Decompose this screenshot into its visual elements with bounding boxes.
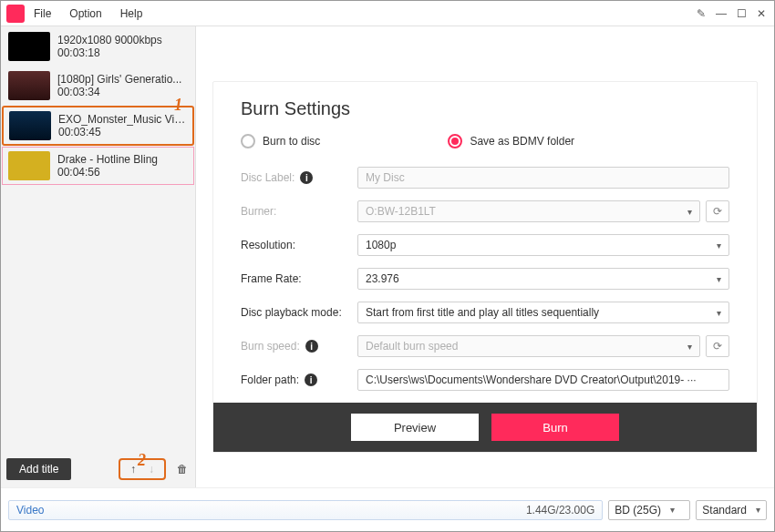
chevron-down-icon: ▾	[717, 308, 721, 318]
main-menu: File Option Help	[34, 7, 142, 20]
radio-icon	[448, 134, 462, 148]
row-folder-path: Folder path:i C:\Users\ws\Documents\Wond…	[241, 369, 729, 391]
row-burn-speed: Burn speed:i Default burn speed▾ ⟳	[241, 335, 729, 357]
chevron-down-icon: ▾	[670, 505, 675, 515]
progress-size: 1.44G/23.00G	[526, 504, 594, 517]
item-duration: 00:03:45	[58, 126, 186, 138]
thumbnail-icon	[8, 71, 50, 100]
label: Disc playback mode:	[241, 306, 342, 319]
progress-label: Video	[16, 504, 44, 517]
output-mode-radios: Burn to disc Save as BDMV folder	[241, 134, 729, 148]
radio-save-bdmv[interactable]: Save as BDMV folder	[448, 134, 574, 148]
chevron-down-icon: ▾	[717, 240, 721, 251]
label: Burn speed:	[241, 340, 300, 353]
menu-help[interactable]: Help	[120, 7, 143, 20]
menu-option[interactable]: Option	[69, 7, 101, 20]
refresh-speed-icon: ⟳	[706, 335, 729, 357]
title-list: 1920x1080 9000kbps 00:03:18 [1080p] Girl…	[1, 26, 195, 451]
burner-select: O:BW-12B1LT▾	[357, 200, 700, 222]
minimize-icon[interactable]: —	[714, 6, 728, 21]
label: Folder path:	[241, 373, 299, 386]
item-title: 1920x1080 9000kbps	[57, 34, 162, 46]
row-frame-rate: Frame Rate: 23.976▾	[241, 268, 729, 290]
label: Burner:	[241, 205, 276, 218]
item-duration: 00:04:56	[57, 166, 158, 179]
content-area: Burn Settings Burn to disc Save as BDMV …	[196, 26, 774, 487]
feedback-icon[interactable]: ✎	[694, 6, 708, 21]
menu-file[interactable]: File	[34, 7, 51, 20]
capacity-progress: Video 1.44G/23.00G	[8, 500, 603, 520]
disc-type-select[interactable]: BD (25G)▾	[608, 500, 690, 520]
chevron-down-icon: ▾	[717, 274, 721, 284]
info-icon[interactable]: i	[305, 373, 317, 386]
add-title-button[interactable]: Add title	[6, 458, 71, 480]
item-duration: 00:03:18	[57, 46, 162, 59]
status-bar: Video 1.44G/23.00G BD (25G)▾ Standard▾	[1, 487, 774, 531]
close-icon[interactable]: ✕	[754, 6, 769, 21]
list-item[interactable]: [1080p] Girls' Generatio... 00:03:34	[2, 66, 194, 105]
item-duration: 00:03:34	[57, 86, 181, 98]
sidebar-footer: Add title ↑ ↓ 🗑	[1, 451, 195, 487]
list-item[interactable]: EXO_Monster_Music Video 00:03:45	[2, 106, 194, 146]
refresh-burner-icon: ⟳	[706, 200, 729, 222]
action-bar: Preview Burn	[213, 403, 757, 452]
row-disc-label: Disc Label:i My Disc	[241, 167, 729, 189]
item-title: EXO_Monster_Music Video	[58, 113, 186, 126]
item-title: [1080p] Girls' Generatio...	[57, 73, 181, 86]
thumbnail-icon	[8, 32, 50, 61]
move-down-icon[interactable]: ↓	[144, 462, 159, 476]
item-title: Drake - Hotline Bling	[57, 153, 158, 166]
folder-path-input[interactable]: C:\Users\ws\Documents\Wondershare DVD Cr…	[357, 369, 729, 391]
resolution-select[interactable]: 1080p▾	[357, 234, 729, 256]
maximize-icon[interactable]: ☐	[734, 6, 749, 21]
reorder-controls: ↑ ↓	[119, 458, 166, 480]
label: Frame Rate:	[241, 272, 302, 285]
row-burner: Burner: O:BW-12B1LT▾ ⟳	[241, 200, 729, 222]
radio-icon	[241, 134, 255, 148]
frame-rate-select[interactable]: 23.976▾	[357, 268, 729, 290]
delete-icon[interactable]: 🗑	[175, 462, 190, 476]
label: Resolution:	[241, 239, 295, 251]
quality-select[interactable]: Standard▾	[696, 500, 767, 520]
burn-button[interactable]: Burn	[491, 414, 619, 441]
disc-label-input: My Disc	[357, 167, 729, 189]
chevron-down-icon: ▾	[687, 207, 692, 217]
label: Disc Label:	[241, 171, 294, 184]
radio-label: Save as BDMV folder	[470, 135, 574, 148]
burn-speed-select: Default burn speed▾	[357, 335, 700, 357]
window-controls: ✎ — ☐ ✕	[694, 6, 769, 21]
row-playback-mode: Disc playback mode: Start from first tit…	[241, 302, 729, 323]
info-icon[interactable]: i	[305, 340, 318, 353]
burn-settings-panel: Burn Settings Burn to disc Save as BDMV …	[212, 81, 758, 453]
chevron-down-icon: ▾	[756, 505, 760, 515]
move-up-icon[interactable]: ↑	[126, 462, 140, 476]
sidebar: 1920x1080 9000kbps 00:03:18 [1080p] Girl…	[1, 26, 196, 487]
list-item[interactable]: Drake - Hotline Bling 00:04:56	[2, 147, 194, 185]
preview-button[interactable]: Preview	[351, 414, 479, 441]
radio-label: Burn to disc	[263, 135, 320, 148]
thumbnail-icon	[9, 111, 51, 140]
app-logo-icon	[6, 5, 25, 23]
row-resolution: Resolution: 1080p▾	[241, 234, 729, 256]
titlebar: File Option Help ✎ — ☐ ✕	[1, 1, 774, 26]
playback-select[interactable]: Start from first title and play all titl…	[357, 302, 729, 323]
info-icon[interactable]: i	[300, 171, 313, 184]
thumbnail-icon	[8, 151, 50, 180]
panel-title: Burn Settings	[241, 98, 729, 119]
radio-burn-to-disc[interactable]: Burn to disc	[241, 134, 320, 148]
list-item[interactable]: 1920x1080 9000kbps 00:03:18	[2, 27, 194, 66]
chevron-down-icon: ▾	[687, 342, 692, 352]
